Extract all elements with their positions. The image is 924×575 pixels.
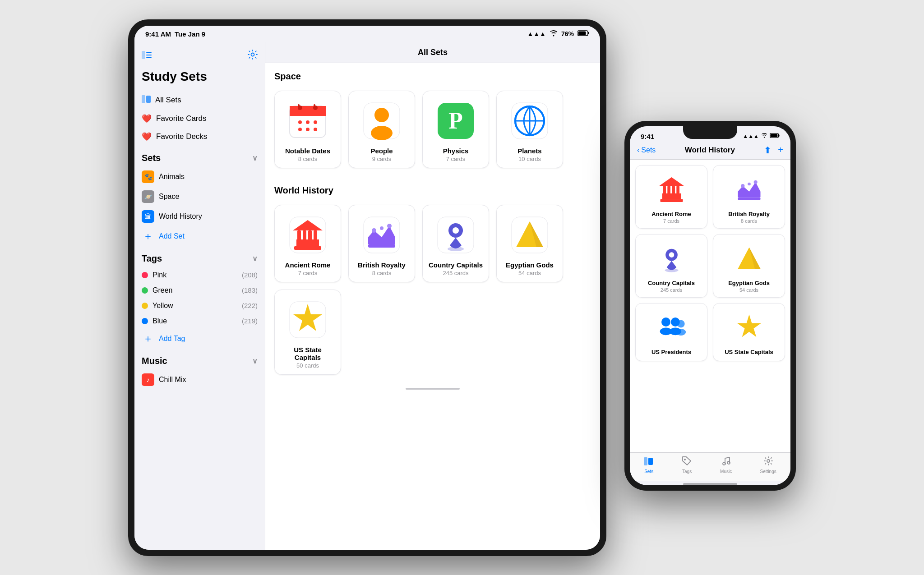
svg-point-72 (665, 268, 678, 272)
yellow-dot (142, 303, 148, 309)
iphone-wifi-icon (761, 133, 767, 139)
sidebar-item-favorite-decks[interactable]: ❤️ Favorite Decks (134, 128, 265, 146)
sidebar-item-all-sets[interactable]: All Sets (134, 91, 265, 110)
tag-yellow[interactable]: Yellow (222) (134, 298, 265, 313)
iphone-card-us-state-capitals[interactable]: US State Capitals (713, 303, 785, 361)
svg-point-18 (298, 120, 302, 124)
planets-icon-area (507, 98, 552, 143)
svg-point-7 (251, 53, 254, 56)
egyptian-gods-count: 54 cards (518, 270, 541, 276)
back-chevron-icon: ‹ (637, 146, 639, 154)
svg-point-80 (676, 329, 686, 336)
card-country-capitals[interactable]: Country Capitals 245 cards (422, 205, 489, 282)
notable-dates-name: Notable Dates (285, 147, 330, 155)
iphone-screen: 9:41 ▲▲▲ ‹ Sets World History ⬆ + (630, 126, 790, 485)
settings-icon[interactable] (248, 50, 258, 62)
tags-chevron-icon[interactable]: ∨ (252, 254, 258, 263)
svg-point-75 (661, 317, 670, 327)
iphone-scroll: Ancient Rome 7 cards British (630, 160, 790, 452)
iphone-card-ancient-rome[interactable]: Ancient Rome 7 cards (635, 165, 707, 229)
iphone-card-country-capitals[interactable]: Country Capitals 245 cards (635, 234, 707, 298)
svg-rect-83 (648, 458, 653, 465)
svg-rect-35 (294, 246, 321, 250)
signal-icon: ▲▲▲ (527, 30, 546, 37)
pink-dot (142, 272, 148, 278)
card-egyptian-gods[interactable]: Egyptian Gods 54 cards (496, 205, 563, 282)
all-sets-icon (142, 95, 151, 106)
main-nav-title: All Sets (418, 48, 448, 57)
blue-count: (219) (242, 317, 258, 325)
sets-chevron-icon[interactable]: ∨ (252, 154, 258, 162)
green-count: (183) (242, 286, 258, 294)
tag-green[interactable]: Green (183) (134, 283, 265, 298)
battery-icon (578, 30, 589, 37)
sidebar-item-animals[interactable]: 🐾 Animals (134, 167, 265, 187)
us-state-capitals-count: 50 cards (296, 362, 319, 369)
tag-blue[interactable]: Blue (219) (134, 313, 265, 329)
sidebar-item-add-set[interactable]: ＋ Add Set (134, 226, 265, 246)
svg-text:P: P (448, 108, 463, 133)
tab-tags[interactable]: Tags (682, 456, 692, 474)
svg-point-45 (387, 224, 392, 228)
ipad-screen: 9:41 AM Tue Jan 9 ▲▲▲ 76% (134, 26, 600, 550)
music-chevron-icon[interactable]: ∨ (252, 357, 258, 365)
svg-rect-58 (770, 134, 777, 137)
svg-point-71 (669, 252, 674, 258)
iphone-card-us-presidents[interactable]: US Presidents (635, 303, 707, 361)
sidebar-item-add-tag[interactable]: ＋ Add Tag (134, 329, 265, 349)
card-planets[interactable]: Planets 10 cards (496, 91, 563, 168)
back-button[interactable]: ‹ Sets (637, 146, 656, 154)
card-people[interactable]: People 9 cards (348, 91, 415, 168)
card-ancient-rome[interactable]: Ancient Rome 7 cards (274, 205, 341, 282)
tab-settings[interactable]: Settings (760, 456, 776, 474)
card-us-state-capitals[interactable]: US State Capitals 50 cards (274, 290, 341, 375)
iphone-card-british-royalty[interactable]: British Royalty 8 cards (713, 165, 785, 229)
tab-sets[interactable]: Sets (644, 456, 654, 474)
ancient-rome-name: Ancient Rome (285, 261, 331, 269)
tags-section-header: Tags ∨ (134, 246, 265, 267)
ipad-date: Tue Jan 9 (175, 30, 205, 38)
svg-rect-36 (296, 239, 319, 246)
ipad-device: 9:41 AM Tue Jan 9 ▲▲▲ 76% (128, 19, 606, 556)
blue-dot (142, 318, 148, 324)
tab-music[interactable]: Music (720, 456, 732, 474)
add-tag-label: Add Tag (159, 335, 185, 343)
sidebar-item-favorite-cards[interactable]: ❤️ Favorite Cards (134, 110, 265, 128)
sidebar-item-world-history[interactable]: 🏛 World History (134, 207, 265, 226)
sidebar-toggle-icon[interactable] (142, 50, 152, 62)
svg-marker-81 (737, 314, 761, 337)
iphone-country-capitals-icon (653, 241, 689, 277)
settings-tab-label: Settings (760, 469, 776, 474)
sidebar-header (134, 50, 265, 66)
tags-header-label: Tags (142, 253, 162, 264)
music-chill-mix[interactable]: ♪ Chill Mix (134, 370, 265, 390)
all-sets-label: All Sets (155, 96, 181, 105)
add-button[interactable]: + (778, 145, 783, 156)
physics-name: Physics (443, 147, 469, 155)
svg-rect-8 (142, 95, 145, 103)
svg-rect-37 (297, 230, 301, 240)
svg-rect-59 (660, 199, 683, 202)
iphone-ancient-rome-count: 7 cards (663, 218, 679, 224)
iphone-egyptian-gods-count: 54 cards (739, 287, 758, 293)
sidebar-item-space[interactable]: 🪐 Space (134, 187, 265, 207)
svg-point-22 (306, 128, 310, 131)
card-british-royalty[interactable]: British Royalty 8 cards (348, 205, 415, 282)
svg-point-84 (684, 459, 686, 460)
card-physics[interactable]: P Physics 7 cards (422, 91, 489, 168)
iphone-device: 9:41 ▲▲▲ ‹ Sets World History ⬆ + (624, 121, 796, 491)
svg-rect-4 (146, 52, 152, 53)
notable-dates-count: 8 cards (298, 156, 318, 162)
tags-tab-icon (682, 456, 692, 468)
svg-point-68 (753, 180, 757, 184)
main-content: All Sets Space (265, 42, 600, 550)
ipad-status-bar: 9:41 AM Tue Jan 9 ▲▲▲ 76% (134, 26, 600, 42)
card-notable-dates[interactable]: Notable Dates 8 cards (274, 91, 341, 168)
green-label: Green (152, 286, 172, 294)
music-section-header: Music ∨ (134, 349, 265, 370)
favorite-decks-icon: ❤️ (142, 132, 152, 142)
share-button[interactable]: ⬆ (764, 145, 772, 156)
animals-icon: 🐾 (142, 170, 154, 183)
tag-pink[interactable]: Pink (208) (134, 267, 265, 283)
iphone-card-egyptian-gods[interactable]: Egyptian Gods 54 cards (713, 234, 785, 298)
